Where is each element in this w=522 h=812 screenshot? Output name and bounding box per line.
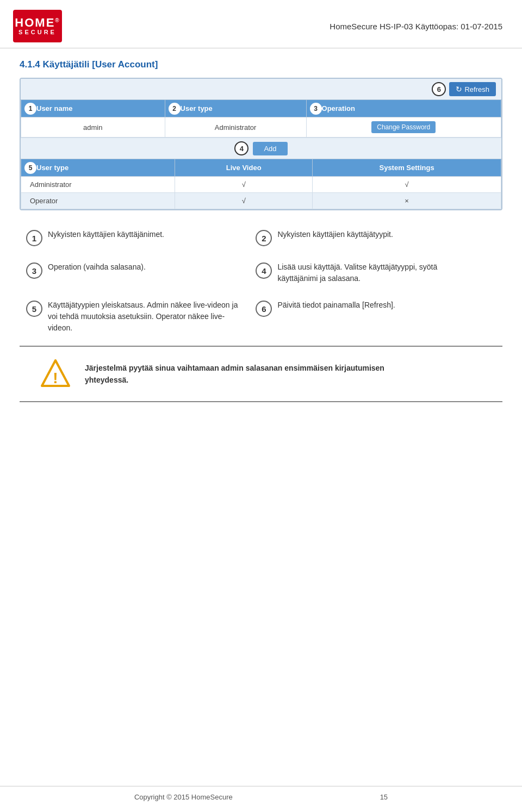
admin-usertype: Administrator <box>165 117 306 138</box>
badge-6: 6 <box>432 82 446 96</box>
warning-box: ! Järjestelmä pyytää sinua vaihtamaan ad… <box>20 346 502 402</box>
type-row-admin: Administrator √ √ <box>21 177 501 193</box>
warning-text: Järjestelmä pyytää sinua vaihtamaan admi… <box>85 362 384 386</box>
type-operator-live: √ <box>175 193 313 209</box>
ui-panel: 6 Refresh 1 User name 2 <box>20 78 502 210</box>
refresh-button[interactable]: Refresh <box>449 82 496 96</box>
user-table-wrapper: 1 User name 2 User type 3 Operation <box>21 99 501 138</box>
num-badge-5: 5 <box>26 301 42 317</box>
badge-4: 4 <box>234 141 248 155</box>
add-button[interactable]: Add <box>253 142 287 155</box>
type-table-header: 5 User type Live Video System Settings <box>21 159 501 177</box>
badge-1: 1 <box>24 103 36 115</box>
change-password-button[interactable]: Change Password <box>371 121 436 133</box>
warning-icon: ! <box>39 358 72 390</box>
panel: 6 Refresh 1 User name 2 <box>20 78 502 210</box>
num-badge-4: 4 <box>256 263 272 279</box>
explanation-2: 2 Nykyisten käyttäjien käyttäjätyypit. <box>251 227 481 248</box>
numbered-explanations: 1 Nykyisten käyttäjien käyttäjänimet. 2 … <box>20 227 502 336</box>
explanation-3: 3 Operation (vaihda salasana). <box>22 259 251 281</box>
logo-secure-text: SECURE <box>18 29 57 35</box>
type-operator-system: × <box>313 193 501 209</box>
svg-text:!: ! <box>53 370 58 386</box>
type-row-operator: Operator √ × <box>21 193 501 209</box>
col-type-header: 5 User type <box>21 159 175 177</box>
admin-operation: Change Password <box>306 117 501 138</box>
explanation-1-text: Nykyisten käyttäjien käyttäjänimet. <box>48 229 164 240</box>
logo: HOME® SECURE <box>13 10 62 42</box>
section-heading: 4.1.4 Käyttäjätili [User Account] <box>20 59 502 70</box>
col-system-settings-header: System Settings <box>313 159 501 177</box>
type-operator-name: Operator <box>21 193 175 209</box>
explanation-2-text: Nykyisten käyttäjien käyttäjätyypit. <box>277 229 393 240</box>
num-badge-1: 1 <box>26 230 42 246</box>
badge-5: 5 <box>24 162 36 174</box>
admin-username: admin <box>21 117 165 138</box>
logo-home-text: HOME® <box>15 17 60 29</box>
col-operation-header: 3 Operation <box>306 100 501 117</box>
page-number: 15 <box>380 793 388 801</box>
explanation-1: 1 Nykyisten käyttäjien käyttäjänimet. <box>22 227 251 248</box>
explanation-6: 6 Päivitä tiedot painamalla [Refresh]. <box>251 297 481 319</box>
explanation-5-text: Käyttäjätyypien yleiskatsaus. Admin näke… <box>48 299 247 334</box>
type-admin-name: Administrator <box>21 177 175 193</box>
user-table: 1 User name 2 User type 3 Operation <box>21 99 501 138</box>
num-badge-2: 2 <box>256 230 272 246</box>
badge-2: 2 <box>169 103 181 115</box>
explanation-6-text: Päivitä tiedot painamalla [Refresh]. <box>277 299 395 311</box>
num-badge-3: 3 <box>26 263 42 279</box>
explanation-5: 5 Käyttäjätyypien yleiskatsaus. Admin nä… <box>22 297 251 336</box>
col-live-video-header: Live Video <box>175 159 313 177</box>
page-header: HOME® SECURE HomeSecure HS-IP-03 Käyttöo… <box>0 0 522 48</box>
logo-box: HOME® SECURE <box>13 10 62 42</box>
copyright-text: Copyright © 2015 HomeSecure <box>134 793 233 801</box>
page-footer: Copyright © 2015 HomeSecure 15 <box>0 786 522 801</box>
num-badge-6: 6 <box>256 301 272 317</box>
user-row-admin: admin Administrator Change Password <box>21 117 501 138</box>
main-content: 4.1.4 Käyttäjätili [User Account] 6 Refr… <box>0 48 522 336</box>
header-title: HomeSecure HS-IP-03 Käyttöopas: 01-07-20… <box>330 22 502 31</box>
type-admin-system: √ <box>313 177 501 193</box>
explanation-4-text: Lisää uusi käyttäjä. Valitse käyttäjätyy… <box>277 261 476 284</box>
type-table: 5 User type Live Video System Settings A… <box>21 159 501 209</box>
explanation-4: 4 Lisää uusi käyttäjä. Valitse käyttäjät… <box>251 259 481 286</box>
refresh-row: 6 Refresh <box>21 79 501 99</box>
col-usertype-header: 2 User type <box>165 100 306 117</box>
type-admin-live: √ <box>175 177 313 193</box>
user-table-header-row: 1 User name 2 User type 3 Operation <box>21 100 501 117</box>
col-username-header: 1 User name <box>21 100 165 117</box>
type-table-wrapper: 5 User type Live Video System Settings A… <box>21 159 501 209</box>
add-section: 4 Add <box>21 138 501 159</box>
badge-3: 3 <box>310 103 322 115</box>
explanation-3-text: Operation (vaihda salasana). <box>48 261 146 273</box>
